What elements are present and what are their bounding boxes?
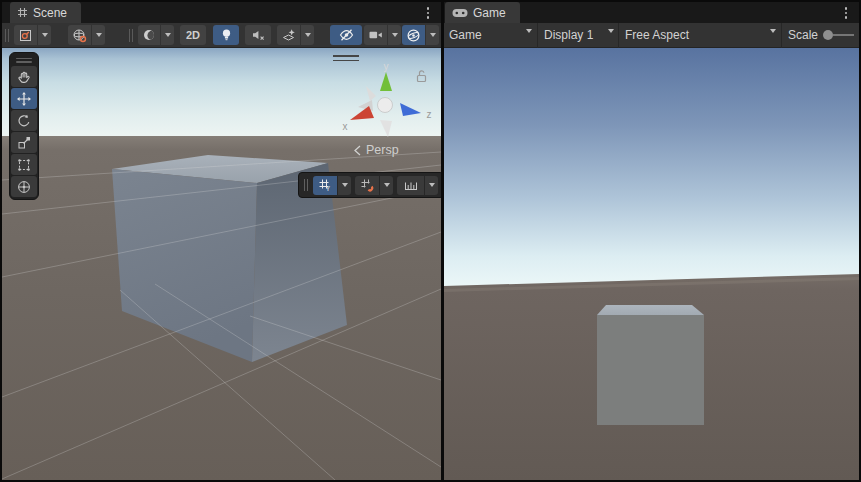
tool-transform[interactable] xyxy=(11,176,37,197)
toolbar-separator xyxy=(781,23,782,48)
rotate-icon xyxy=(17,114,31,128)
effects-sparkle-icon-button[interactable] xyxy=(277,25,300,45)
gizmos-globe-icon-button[interactable] xyxy=(402,25,425,45)
gizmos-control xyxy=(402,25,439,45)
grid-axis-label: Y xyxy=(326,185,331,192)
display-number-dropdown[interactable]: Display 1 xyxy=(544,28,593,42)
grid-visibility-button[interactable]: Y xyxy=(313,176,337,195)
grid-snap-overlay: Y xyxy=(298,172,441,198)
game-toolbar: Game Display 1 Free Aspect Scale xyxy=(444,23,859,48)
snap-to-grid-control xyxy=(355,176,393,195)
toolbar-separator xyxy=(537,23,538,48)
grid-hash-icon xyxy=(17,7,28,18)
tool-rotate[interactable] xyxy=(11,110,37,131)
shading-mode-sphere-icon-button[interactable] xyxy=(138,25,160,45)
handle-orientation-control xyxy=(68,25,105,45)
gizmos-dropdown[interactable] xyxy=(426,25,439,45)
tab-scene[interactable]: Scene xyxy=(10,2,81,23)
gizmo-axis-y-cone[interactable] xyxy=(380,72,392,91)
gamepad-icon xyxy=(452,8,468,18)
projection-toggle[interactable]: Persp xyxy=(353,143,399,157)
chevron-left-icon xyxy=(353,145,362,156)
snap-increment-button[interactable] xyxy=(397,176,424,195)
tab-game[interactable]: Game xyxy=(445,2,520,23)
audio-muted-icon xyxy=(251,28,266,42)
global-local-globe-icon-button[interactable] xyxy=(68,25,91,45)
pivot-center-icon-button[interactable] xyxy=(14,25,37,45)
gizmo-overlay-drag-handle[interactable] xyxy=(333,55,359,61)
camera-icon xyxy=(368,28,383,42)
scene-viewport[interactable]: y x z Persp xyxy=(2,48,441,480)
rect-tool-icon xyxy=(17,158,31,172)
game-viewport[interactable] xyxy=(444,48,859,480)
eye-slash-icon xyxy=(338,28,355,42)
toolbar-drag-handle[interactable] xyxy=(5,29,9,42)
pivot-center-icon xyxy=(18,28,33,43)
tool-rect[interactable] xyxy=(11,154,37,175)
snap-to-grid-button[interactable] xyxy=(355,176,379,195)
tools-overlay-drag-handle[interactable] xyxy=(16,55,32,65)
scene-camera-dropdown[interactable] xyxy=(388,25,401,45)
tool-scale[interactable] xyxy=(11,132,37,153)
scene-tab-label: Scene xyxy=(33,6,67,20)
unlocked-padlock-icon[interactable] xyxy=(415,69,428,83)
projection-label: Persp xyxy=(366,143,399,157)
game-cube xyxy=(597,305,704,425)
toolbar-drag-handle[interactable] xyxy=(129,29,133,42)
gizmo-z-label: z xyxy=(427,109,432,120)
snap-increment-control xyxy=(397,176,438,195)
grid-visibility-icon: Y xyxy=(318,178,332,192)
grid-visibility-control: Y xyxy=(313,176,351,195)
scale-slider-track[interactable] xyxy=(833,34,854,36)
scale-label: Scale xyxy=(788,28,818,42)
gizmo-axis-neg[interactable] xyxy=(366,86,376,101)
tool-settings-dropdown[interactable] xyxy=(38,25,51,45)
game-menu-kebab-icon[interactable] xyxy=(840,6,852,20)
tool-view-pan-hand[interactable] xyxy=(11,66,37,87)
gizmo-x-label: x xyxy=(343,121,348,132)
gizmos-globe-icon xyxy=(406,28,421,43)
shading-mode-dropdown[interactable] xyxy=(161,25,174,45)
game-panel: Game Game Display 1 Free Aspect Scale xyxy=(444,2,859,480)
shading-mode-control xyxy=(138,25,174,45)
scene-visibility-button[interactable] xyxy=(330,25,362,45)
scene-audio-button[interactable] xyxy=(245,25,271,45)
hand-icon xyxy=(17,70,31,84)
aspect-ratio-dropdown[interactable]: Free Aspect xyxy=(625,28,689,42)
gizmo-axis-z-cone[interactable] xyxy=(400,103,421,116)
gizmo-y-label: y xyxy=(384,62,389,72)
global-local-globe-icon xyxy=(72,28,87,43)
2d-toggle-button[interactable]: 2D xyxy=(180,25,206,45)
grid-visibility-dropdown[interactable] xyxy=(338,176,351,195)
handle-orientation-dropdown[interactable] xyxy=(92,25,105,45)
display-target-dropdown[interactable]: Game xyxy=(449,28,482,42)
aspect-ratio-dropdown-arrow[interactable] xyxy=(770,33,776,47)
transform-combined-icon xyxy=(17,180,31,194)
2d-label: 2D xyxy=(180,29,206,41)
display-number-dropdown-arrow[interactable] xyxy=(608,33,614,47)
snap-to-grid-dropdown[interactable] xyxy=(380,176,393,195)
tool-move[interactable] xyxy=(11,88,37,109)
scene-effects-control xyxy=(277,25,314,45)
effects-sparkle-icon xyxy=(281,28,296,43)
tools-overlay xyxy=(9,52,39,200)
scene-camera-control xyxy=(364,25,401,45)
scene-tabbar: Scene xyxy=(2,2,441,23)
scene-lighting-button[interactable] xyxy=(213,25,239,45)
scene-panel: Scene xyxy=(2,2,441,480)
move-arrows-icon xyxy=(17,92,31,106)
gizmo-axis-neg[interactable] xyxy=(380,120,392,137)
grid-snap-drag-handle[interactable] xyxy=(304,179,308,191)
scene-menu-kebab-icon[interactable] xyxy=(422,6,434,20)
snap-increment-ruler-icon xyxy=(403,179,419,192)
tool-settings-control xyxy=(14,25,51,45)
gizmo-center-ball[interactable] xyxy=(378,98,393,113)
display-target-dropdown-arrow[interactable] xyxy=(526,33,532,47)
snap-to-grid-magnet-icon xyxy=(360,178,374,192)
lightbulb-icon xyxy=(220,28,233,42)
snap-increment-dropdown[interactable] xyxy=(425,176,438,195)
scale-slider-knob[interactable] xyxy=(823,30,833,40)
unity-editor-window: Scene xyxy=(0,0,861,482)
camera-icon-button[interactable] xyxy=(364,25,387,45)
scene-effects-dropdown[interactable] xyxy=(301,25,314,45)
